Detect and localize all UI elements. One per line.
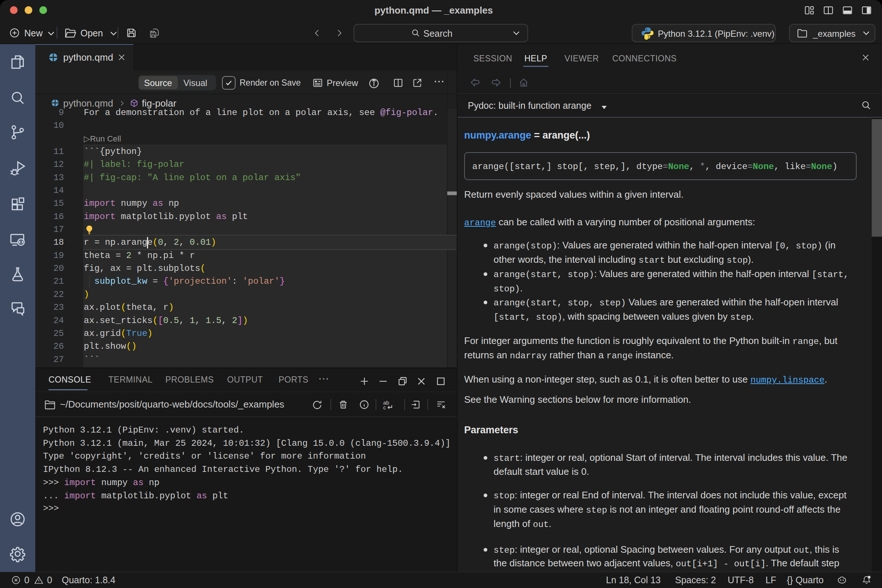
svg-text:c: c [383, 405, 386, 411]
